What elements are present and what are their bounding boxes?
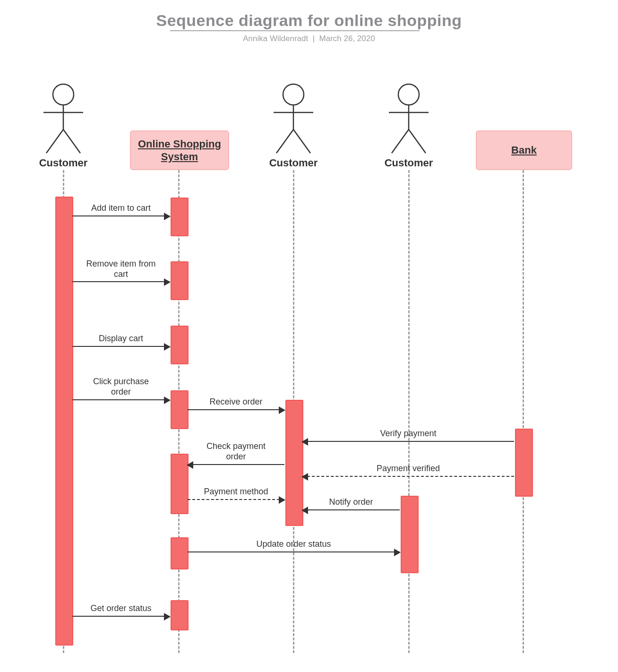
activation-system-7: [171, 454, 189, 514]
actor-stock: Customer: [380, 83, 437, 169]
actor-order: Customer: [265, 83, 322, 169]
participant-bank: Bank: [476, 130, 572, 170]
svg-point-0: [53, 84, 74, 105]
message-arrow-0: [72, 215, 170, 216]
svg-line-9: [293, 129, 310, 153]
svg-point-5: [283, 84, 304, 105]
activation-bank-6: [515, 429, 533, 497]
svg-line-13: [392, 129, 409, 153]
message-arrow-8: [188, 499, 284, 500]
activation-system-10: [171, 600, 189, 630]
svg-line-8: [276, 129, 293, 153]
message-label-1: Remove item from cart: [86, 259, 156, 279]
participant-bank-label: Bank: [511, 144, 537, 157]
svg-point-10: [398, 84, 419, 105]
participant-system-label: Online Shopping System: [131, 138, 228, 164]
actor-order-label: Customer: [265, 157, 322, 169]
message-label-8: Payment method: [188, 487, 284, 497]
svg-line-14: [409, 129, 426, 153]
message-arrow-4: [188, 409, 284, 410]
message-label-6: Check payment order: [201, 441, 272, 462]
actor-stock-label: Customer: [380, 157, 437, 169]
message-label-4: Receive order: [188, 397, 284, 407]
actor-customer-label: Customer: [35, 157, 92, 169]
message-label-3: Click purchase order: [86, 377, 156, 397]
message-label-7: Payment verified: [302, 464, 514, 474]
message-arrow-6: [188, 464, 284, 465]
message-arrow-10: [188, 551, 400, 552]
activation-stock-8: [401, 496, 419, 573]
author-name: Annika Wildenradt: [243, 34, 308, 43]
message-arrow-2: [72, 346, 170, 347]
lifeline-stock: [408, 170, 410, 653]
activation-order-5: [285, 400, 303, 526]
activation-system-4: [171, 390, 189, 429]
activation-system-9: [171, 537, 189, 569]
message-label-5: Verify payment: [302, 429, 514, 439]
activation-system-2: [171, 261, 189, 300]
diagram-date: March 26, 2020: [319, 34, 375, 43]
participant-online-shopping-system: Online Shopping System: [130, 130, 229, 170]
activation-system-1: [171, 198, 189, 236]
lifeline-bank: [523, 170, 524, 653]
message-arrow-1: [72, 281, 170, 282]
title-rule: [170, 30, 420, 31]
message-arrow-7: [302, 476, 514, 477]
actor-customer: Customer: [35, 83, 92, 169]
message-label-2: Display cart: [72, 334, 170, 344]
message-label-11: Get order status: [72, 603, 170, 614]
activation-system-3: [171, 326, 189, 364]
message-label-9: Notify order: [302, 497, 400, 508]
message-label-10: Update order status: [188, 539, 400, 550]
diagram-subtitle: Annika Wildenradt | March 26, 2020: [0, 34, 618, 43]
message-label-0: Add item to cart: [72, 203, 170, 214]
activation-customer-0: [55, 197, 73, 646]
svg-line-3: [46, 129, 63, 153]
diagram-title: Sequence diagram for online shopping: [0, 11, 618, 30]
svg-line-4: [63, 129, 80, 153]
message-arrow-9: [302, 509, 400, 510]
message-arrow-11: [72, 616, 170, 617]
message-arrow-3: [72, 399, 170, 400]
message-arrow-5: [302, 441, 514, 442]
